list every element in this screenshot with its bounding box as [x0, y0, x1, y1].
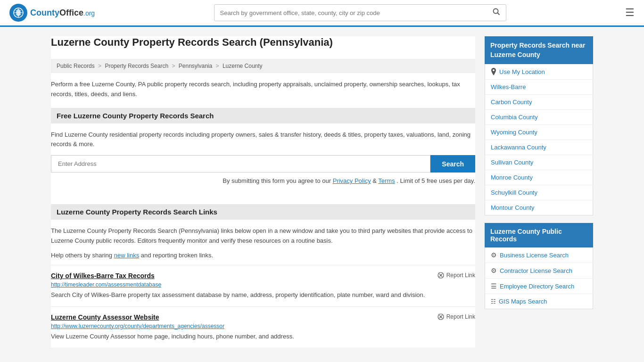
- nearby-link[interactable]: Columbia County: [491, 114, 538, 121]
- logo-text: CountyOffice.org: [30, 8, 95, 18]
- nearby-carbon-county[interactable]: Carbon County: [485, 95, 593, 110]
- use-location-link[interactable]: Use My Location: [499, 68, 545, 75]
- privacy-policy-link[interactable]: Privacy Policy: [333, 177, 371, 184]
- svg-line-3: [497, 13, 499, 15]
- menu-button[interactable]: ☰: [625, 7, 635, 19]
- address-search-button[interactable]: Search: [430, 155, 475, 173]
- nearby-link[interactable]: Wilkes-Barre: [491, 83, 526, 90]
- public-records-section: Luzerne County Public Records ⚙ Business…: [485, 223, 593, 309]
- report-icon: [438, 272, 444, 279]
- link-description: View Luzerne County Assessor home page, …: [51, 332, 475, 341]
- report-icon: [438, 313, 444, 320]
- form-note: By submitting this form you agree to our…: [51, 176, 475, 186]
- new-links-link[interactable]: new links: [114, 252, 139, 259]
- nearby-link[interactable]: Montour County: [491, 204, 535, 211]
- nearby-link[interactable]: Sullivan County: [491, 159, 533, 166]
- links-section: Luzerne County Property Records Search L…: [51, 204, 475, 347]
- gear-icon: ⚙: [491, 251, 497, 259]
- public-records-title: Luzerne County Public Records: [485, 223, 593, 247]
- breadcrumb-separator-2: >: [172, 63, 176, 69]
- address-search-container: Search: [51, 155, 475, 173]
- location-pin-icon: [491, 68, 496, 75]
- employee-directory-search-item[interactable]: ☰ Employee Directory Search: [485, 279, 593, 294]
- nearby-link[interactable]: Monroe County: [491, 174, 533, 181]
- nearby-link[interactable]: Carbon County: [491, 99, 532, 106]
- nearby-link[interactable]: Schuylkill County: [491, 189, 537, 196]
- breadcrumb-property-records-search[interactable]: Property Records Search: [105, 63, 168, 69]
- contractor-license-link[interactable]: Contractor License Search: [500, 267, 572, 274]
- report-link-button[interactable]: Report Link: [438, 272, 475, 279]
- list-icon: ☰: [491, 282, 497, 290]
- nearby-title: Property Records Search near Luzerne Cou…: [485, 36, 593, 64]
- global-search-input[interactable]: [215, 6, 487, 20]
- nearby-schuylkill-county[interactable]: Schuylkill County: [485, 185, 593, 200]
- link-item-title[interactable]: Luzerne County Assessor Website: [51, 313, 159, 321]
- gear-icon: ⚙: [491, 267, 497, 274]
- nearby-sullivan-county[interactable]: Sullivan County: [485, 155, 593, 170]
- public-records-list: ⚙ Business License Search ⚙ Contractor L…: [485, 247, 593, 309]
- nearby-link[interactable]: Lackawanna County: [491, 144, 546, 151]
- employee-directory-link[interactable]: Employee Directory Search: [500, 283, 574, 290]
- use-location-item[interactable]: Use My Location: [485, 64, 593, 80]
- nearby-columbia-county[interactable]: Columbia County: [485, 110, 593, 125]
- nearby-monroe-county[interactable]: Monroe County: [485, 170, 593, 185]
- free-search-description: Find Luzerne County residential property…: [51, 130, 475, 150]
- contractor-license-search-item[interactable]: ⚙ Contractor License Search: [485, 263, 593, 279]
- breadcrumb-public-records[interactable]: Public Records: [57, 63, 95, 69]
- nearby-lackawanna-county[interactable]: Lackawanna County: [485, 140, 593, 155]
- page-title: Luzerne County Property Records Search (…: [51, 36, 475, 53]
- header: CountyOffice.org ☰: [0, 0, 644, 27]
- link-item: City of Wilkes-Barre Tax Records Report …: [51, 265, 475, 306]
- nearby-list: Use My Location Wilkes-Barre Carbon Coun…: [485, 64, 593, 215]
- nearby-montour-county[interactable]: Montour County: [485, 200, 593, 215]
- link-item: Luzerne County Assessor Website Report L…: [51, 306, 475, 348]
- links-section-heading: Luzerne County Property Records Search L…: [51, 204, 475, 220]
- free-search-form: Find Luzerne County residential property…: [51, 130, 475, 197]
- main-container: Luzerne County Property Records Search (…: [44, 27, 600, 357]
- terms-link[interactable]: Terms: [378, 177, 395, 184]
- nearby-section: Property Records Search near Luzerne Cou…: [485, 36, 593, 215]
- svg-point-2: [493, 9, 498, 14]
- global-search-bar[interactable]: [214, 4, 506, 21]
- link-description: Search City of Wilkes-Barre property tax…: [51, 290, 475, 300]
- link-url[interactable]: http://timesleader.com/assessmentdatabas…: [51, 281, 475, 288]
- share-note: Help others by sharing new links and rep…: [51, 251, 475, 261]
- link-item-title[interactable]: City of Wilkes-Barre Tax Records: [51, 272, 155, 280]
- breadcrumb-luzerne-county[interactable]: Luzerne County: [223, 63, 263, 69]
- business-license-search-item[interactable]: ⚙ Business License Search: [485, 247, 593, 263]
- logo-icon: [9, 4, 27, 22]
- nearby-wyoming-county[interactable]: Wyoming County: [485, 125, 593, 140]
- nearby-link[interactable]: Wyoming County: [491, 129, 537, 136]
- map-icon: ☷: [491, 298, 496, 305]
- breadcrumb-pennsylvania[interactable]: Pennsylvania: [179, 63, 212, 69]
- gis-maps-link[interactable]: GIS Maps Search: [499, 298, 547, 305]
- link-url[interactable]: http://www.luzernecounty.org/county/depa…: [51, 323, 475, 329]
- links-description: The Luzerne County Property Records Sear…: [51, 226, 475, 246]
- free-search-heading: Free Luzerne County Property Records Sea…: [51, 108, 475, 123]
- address-input[interactable]: [51, 155, 430, 173]
- sidebar: Property Records Search near Luzerne Cou…: [485, 36, 593, 347]
- breadcrumb-separator-1: >: [98, 63, 103, 69]
- link-item-header: City of Wilkes-Barre Tax Records Report …: [51, 272, 475, 280]
- breadcrumb-separator-3: >: [216, 63, 221, 69]
- page-description: Perform a free Luzerne County, PA public…: [51, 80, 475, 99]
- business-license-link[interactable]: Business License Search: [500, 252, 569, 259]
- link-item-header: Luzerne County Assessor Website Report L…: [51, 313, 475, 321]
- global-search-button[interactable]: [487, 5, 506, 21]
- breadcrumb: Public Records > Property Records Search…: [51, 59, 475, 73]
- main-content: Luzerne County Property Records Search (…: [51, 36, 475, 347]
- gis-maps-search-item[interactable]: ☷ GIS Maps Search: [485, 294, 593, 309]
- logo: CountyOffice.org: [9, 4, 95, 22]
- nearby-wilkes-barre[interactable]: Wilkes-Barre: [485, 80, 593, 95]
- report-link-button[interactable]: Report Link: [438, 313, 475, 320]
